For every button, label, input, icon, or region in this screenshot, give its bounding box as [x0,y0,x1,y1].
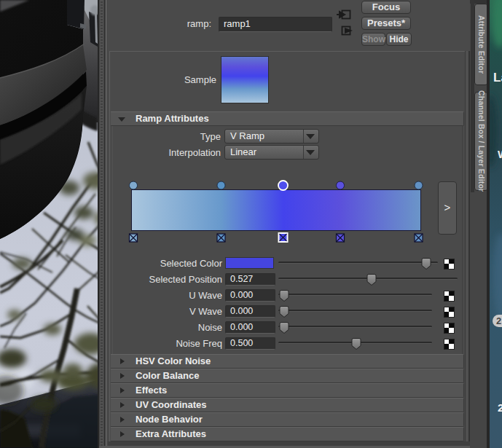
svg-text:2: 2 [496,315,501,326]
svg-text:La: La [493,71,502,85]
svg-text:W: W [498,148,502,160]
svg-text:2: 2 [498,401,502,414]
